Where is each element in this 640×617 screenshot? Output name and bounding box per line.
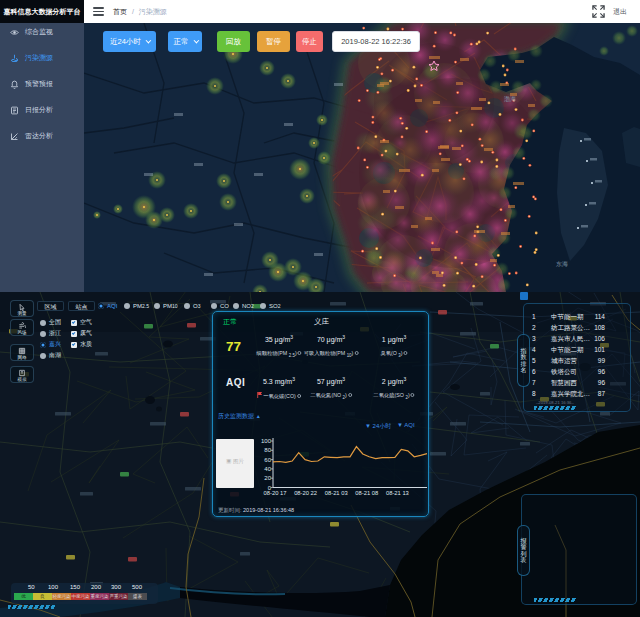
svg-text:08-20 22: 08-20 22	[294, 490, 317, 496]
svg-text:20: 20	[264, 475, 271, 481]
svg-text:100: 100	[261, 438, 272, 444]
svg-text:80: 80	[264, 447, 271, 453]
svg-text:60: 60	[264, 457, 271, 463]
svg-text:08-21 13: 08-21 13	[386, 490, 409, 496]
svg-text:08-20 17: 08-20 17	[264, 490, 287, 496]
svg-text:渤海: 渤海	[504, 96, 516, 103]
svg-text:40: 40	[264, 466, 271, 472]
svg-text:08-21 08: 08-21 08	[355, 490, 378, 496]
svg-text:08-21 03: 08-21 03	[325, 490, 348, 496]
svg-text:东海: 东海	[556, 260, 568, 267]
